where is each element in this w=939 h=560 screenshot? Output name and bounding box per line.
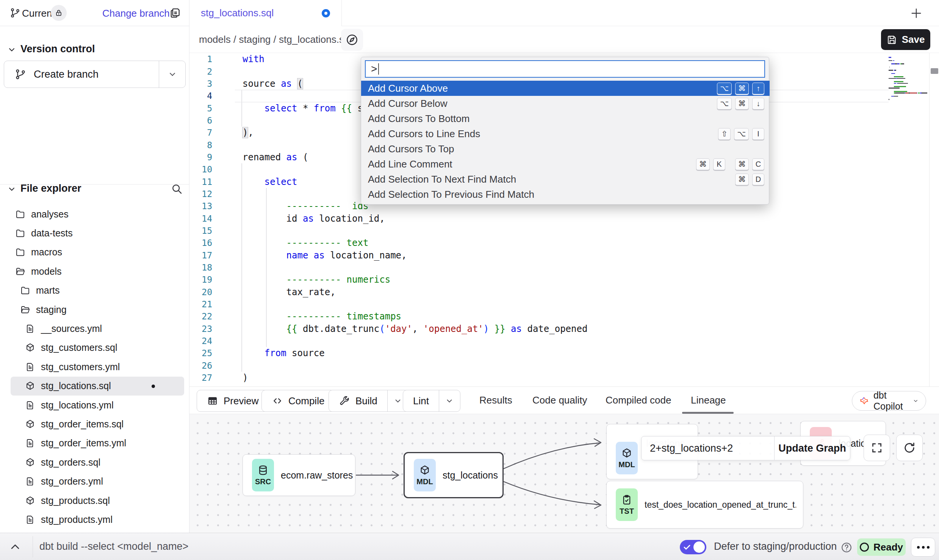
file-name: analyses — [31, 209, 69, 220]
update-graph-button[interactable]: Update Graph — [775, 436, 850, 460]
version-control-title[interactable]: Version control — [20, 43, 95, 55]
palette-item[interactable]: Add Selection To Previous Find Match — [361, 187, 770, 202]
file-item-__sources.yml[interactable]: __sources.yml — [11, 319, 184, 338]
refresh-button[interactable] — [896, 435, 923, 461]
defer-toggle[interactable] — [680, 540, 706, 554]
folder-item-macros[interactable]: macros — [11, 243, 184, 262]
indent-guide — [266, 188, 267, 347]
fullscreen-button[interactable] — [864, 435, 890, 461]
panel-tab-results[interactable]: Results — [479, 394, 512, 406]
source-badge: SRC — [252, 459, 274, 491]
file-item-stg_locations.sql[interactable]: stg_locations.sql — [11, 377, 184, 396]
code-text: tax_rate, — [227, 287, 336, 297]
code-line-20[interactable]: 20 tax_rate, — [189, 286, 939, 298]
chevron-up-icon[interactable] — [8, 540, 22, 554]
dbt-copilot-button[interactable]: dbt Copilot — [852, 391, 926, 411]
palette-item[interactable]: Add Cursors To Bottom — [361, 111, 770, 126]
palette-item[interactable]: Add Cursors To Top — [361, 141, 770, 156]
code-line-22[interactable]: 22 ---------- timestamps — [189, 310, 939, 322]
palette-item[interactable]: Add Cursors to Line Ends⇧⌥I — [361, 126, 770, 141]
new-tab-plus-icon[interactable] — [909, 6, 923, 20]
line-number: 14 — [189, 214, 227, 224]
file-item-stg_customers.yml[interactable]: stg_customers.yml — [11, 357, 184, 376]
lint-dropdown[interactable] — [439, 390, 460, 411]
scrollbar-thumb[interactable] — [931, 68, 938, 74]
minimap[interactable] — [889, 57, 927, 101]
lint-button[interactable]: Lint — [403, 390, 460, 412]
panel-tab-code-quality[interactable]: Code quality — [532, 394, 587, 406]
file-item-stg_order_items.yml[interactable]: stg_order_items.yml — [11, 434, 184, 453]
version-control-chevron-icon[interactable] — [7, 45, 17, 55]
folder-item-analyses[interactable]: analyses — [11, 205, 184, 224]
file-item-stg_order_items.sql[interactable]: stg_order_items.sql — [11, 415, 184, 433]
help-icon[interactable] — [840, 541, 853, 554]
code-line-19[interactable]: 19 ---------- numerics — [189, 274, 939, 286]
file-item-stg_orders.sql[interactable]: stg_orders.sql — [11, 453, 184, 472]
code-line-14[interactable]: 14 id as location_id, — [189, 212, 939, 224]
ready-status-badge[interactable]: Ready — [857, 538, 906, 556]
code-line-25[interactable]: 25 from source — [189, 347, 939, 359]
code-line-26[interactable]: 26 — [189, 360, 939, 372]
lineage-canvas[interactable]: SRC ecom.raw_stores MDL stg_locations MD… — [189, 414, 939, 533]
command-palette-input[interactable]: > — [365, 60, 765, 78]
tab-stg-locations-sql[interactable]: stg_locations.sql — [189, 0, 342, 26]
file-item-stg_customers.sql[interactable]: stg_customers.sql — [11, 338, 184, 357]
palette-item[interactable]: Add Selection To Next Find Match⌘D — [361, 172, 770, 187]
file-item-stg_orders.yml[interactable]: stg_orders.yml — [11, 472, 184, 491]
compile-button[interactable]: Compile — [261, 390, 335, 412]
lineage-node-stg-locations[interactable]: MDL stg_locations — [404, 452, 504, 498]
lineage-node-test[interactable]: TST test_does_location_opened_at_trunc_t… — [606, 481, 803, 529]
create-branch-button[interactable]: Create branch — [4, 61, 186, 88]
graph-search-bar: 2+stg_locations+2 Update Graph — [641, 436, 850, 460]
file-item-stg_locations.yml[interactable]: stg_locations.yml — [11, 396, 184, 415]
code-line-24[interactable]: 24 — [189, 335, 939, 347]
git-branch-icon — [10, 8, 20, 18]
search-icon[interactable] — [171, 183, 183, 195]
file-explorer-chevron-icon[interactable] — [7, 184, 17, 194]
lineage-node-ecom-raw-stores[interactable]: SRC ecom.raw_stores — [243, 454, 355, 496]
file-item-stg_products.yml[interactable]: stg_products.yml — [11, 510, 184, 529]
palette-item-label: Add Cursors to Line Ends — [368, 128, 480, 140]
palette-item[interactable]: Add Cursor Below⌥⌘↓ — [361, 96, 770, 111]
cli-command-input[interactable]: dbt build --select <model_name> — [39, 541, 188, 552]
lineage-compass-button[interactable] — [341, 29, 363, 51]
graph-search-input[interactable]: 2+stg_locations+2 — [642, 436, 775, 460]
palette-item-label: Add Cursors To Bottom — [368, 113, 470, 125]
dbt-logo-icon — [859, 394, 869, 407]
lock-icon — [55, 9, 63, 17]
code-line-21[interactable]: 21 — [189, 298, 939, 310]
preview-label: Preview — [224, 395, 258, 407]
model-icon — [25, 457, 35, 468]
create-branch-dropdown[interactable] — [159, 61, 185, 88]
build-button[interactable]: Build — [329, 390, 409, 412]
panel-tab-compiled-code[interactable]: Compiled code — [606, 394, 671, 406]
model-icon — [25, 381, 35, 391]
more-options-button[interactable] — [911, 538, 935, 557]
palette-item[interactable]: Add Cursor Above⌥⌘↑ — [361, 81, 770, 96]
change-branch-link[interactable]: Change branch — [102, 8, 170, 19]
code-line-23[interactable]: 23 {{ dbt.date_trunc('day', 'opened_at')… — [189, 323, 939, 335]
folder-item-marts[interactable]: marts — [11, 281, 184, 300]
folder-item-models[interactable]: models — [11, 262, 184, 281]
file-explorer-title[interactable]: File explorer — [20, 183, 81, 194]
palette-item[interactable]: Add Line Comment⌘K⌘C — [361, 156, 770, 172]
code-line-16[interactable]: 16 ---------- text — [189, 237, 939, 249]
panel-tab-lineage[interactable]: Lineage — [691, 394, 726, 406]
keycap: ↓ — [752, 98, 764, 109]
file-icon — [25, 438, 35, 448]
file-name: stg_customers.yml — [41, 361, 120, 372]
file-item-stg_products.sql[interactable]: stg_products.sql — [11, 491, 184, 510]
editor-scrollbar[interactable] — [929, 53, 939, 386]
code-line-18[interactable]: 18 — [189, 261, 939, 274]
code-line-15[interactable]: 15 — [189, 225, 939, 237]
code-line-17[interactable]: 17 name as location_name, — [189, 249, 939, 261]
save-button[interactable]: Save — [881, 29, 930, 50]
preview-button[interactable]: Preview — [197, 390, 269, 412]
folder-item-data-tests[interactable]: data-tests — [11, 224, 184, 242]
chevron-down-icon — [912, 397, 919, 405]
folder-item-staging[interactable]: staging — [11, 300, 184, 319]
line-number: 17 — [189, 250, 227, 260]
copy-icon[interactable] — [169, 7, 181, 19]
file-name: macros — [31, 247, 62, 258]
code-line-27[interactable]: 27) — [189, 372, 939, 384]
